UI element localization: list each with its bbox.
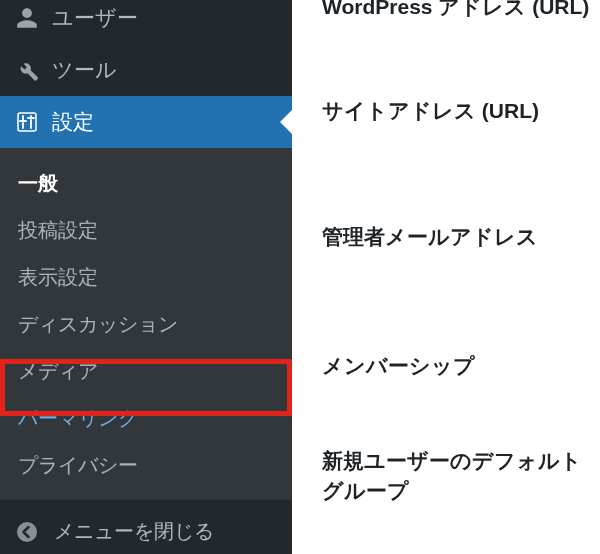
sidebar-item-label: 設定 — [52, 108, 94, 136]
sidebar-item-tools[interactable]: ツール — [0, 44, 292, 96]
settings-submenu: 一般 投稿設定 表示設定 ディスカッション メディア パーマリンク プライバシー — [0, 148, 292, 499]
submenu-label: 投稿設定 — [18, 219, 98, 241]
submenu-item-media[interactable]: メディア — [0, 348, 292, 395]
field-label-membership: メンバーシップ — [322, 351, 600, 381]
submenu-item-privacy[interactable]: プライバシー — [0, 442, 292, 489]
sidebar-item-users[interactable]: ユーザー — [0, 0, 292, 44]
submenu-label: メディア — [18, 360, 98, 382]
submenu-item-writing[interactable]: 投稿設定 — [0, 207, 292, 254]
sliders-icon — [14, 109, 40, 135]
collapse-menu[interactable]: メニューを閉じる — [0, 499, 292, 554]
submenu-item-reading[interactable]: 表示設定 — [0, 254, 292, 301]
field-label-site-address: サイトアドレス (URL) — [322, 96, 600, 126]
admin-sidebar: ユーザー ツール 設定 一般 投稿設定 表示設定 ディスカッション メディア パ… — [0, 0, 292, 554]
submenu-label: パーマリンク — [18, 407, 138, 429]
sidebar-item-settings[interactable]: 設定 — [0, 96, 292, 148]
submenu-item-permalinks[interactable]: パーマリンク — [0, 395, 292, 442]
field-label-wp-address: WordPress アドレス (URL) — [322, 0, 600, 22]
submenu-label: 一般 — [18, 172, 58, 194]
settings-form: WordPress アドレス (URL) サイトアドレス (URL) 管理者メー… — [292, 0, 600, 554]
user-icon — [14, 5, 40, 31]
submenu-label: 表示設定 — [18, 266, 98, 288]
submenu-label: ディスカッション — [18, 313, 178, 335]
wrench-icon — [14, 57, 40, 83]
collapse-label: メニューを閉じる — [54, 518, 214, 545]
svg-point-1 — [17, 522, 37, 542]
sidebar-item-label: ツール — [52, 56, 117, 84]
field-label-default-role: 新規ユーザーのデフォルトグループ — [322, 446, 600, 507]
submenu-item-general[interactable]: 一般 — [0, 160, 292, 207]
submenu-label: プライバシー — [18, 454, 138, 476]
submenu-item-discussion[interactable]: ディスカッション — [0, 301, 292, 348]
sidebar-item-label: ユーザー — [52, 4, 138, 32]
field-label-admin-email: 管理者メールアドレス — [322, 222, 600, 252]
collapse-icon — [14, 519, 40, 545]
